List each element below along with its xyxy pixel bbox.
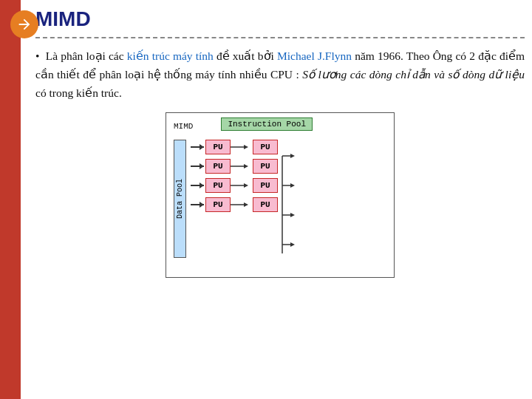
svg-marker-13 [290,154,295,158]
right-bracket-svg [279,140,300,270]
link-kien-truc: kiến trúc máy tính [127,50,214,62]
svg-marker-16 [290,242,295,247]
instruction-pool-box: Instruction Pool [221,117,313,131]
svg-marker-3 [244,164,248,168]
table-row: PU PU [189,140,278,154]
svg-marker-1 [244,145,248,149]
pu-box: PU [253,159,278,174]
body-paragraph: • Là phân loại các kiến trúc máy tính đề… [35,47,525,102]
table-row: PU PU [189,197,278,212]
body-text-4: có trong kiến trúc. [35,86,122,99]
link-michael-flynn: Michael J.Flynn [277,50,352,62]
pu-box: PU [205,197,231,212]
diagram-mimd-label: MIMD [174,122,193,131]
data-pool-label: Data Pool [174,140,186,258]
pu-box: PU [205,159,231,174]
svg-marker-5 [244,183,248,188]
arrow-icon [191,185,204,186]
arrow-icon [191,204,204,205]
main-content: MIMD • Là phân loại các kiến trúc máy tí… [35,7,525,392]
svg-marker-7 [244,202,248,207]
pu-rows: PU PU PU [189,140,278,212]
page-title: MIMD [35,7,525,31]
connector-svg [231,197,253,212]
body-text-2: đề xuất bởi [214,50,277,62]
diagram-header: MIMD Instruction Pool [174,117,386,135]
body-text-1: Là phân loại các [46,50,127,62]
arrow-circle-icon [10,10,38,38]
divider [35,37,525,38]
pu-box: PU [253,197,278,212]
pu-area: Data Pool PU PU [174,140,386,270]
arrow-icon [191,146,204,148]
pu-box: PU [205,140,231,154]
pu-box: PU [253,178,278,193]
table-row: PU PU [189,178,278,193]
connector-svg [231,140,253,154]
diagram-inner: MIMD Instruction Pool Data Pool PU [166,112,395,278]
pu-box: PU [253,140,278,154]
connector-svg [231,178,253,193]
svg-marker-14 [290,183,295,188]
arrow-icon [191,166,204,167]
body-italic: Số lương các dòng chỉ dẫn và số dòng dữ … [302,68,525,81]
svg-marker-15 [290,213,295,217]
red-bar [0,0,21,399]
table-row: PU PU [189,159,278,174]
pu-box: PU [205,178,231,193]
mimd-diagram: MIMD Instruction Pool Data Pool PU [35,112,525,278]
connector-svg [231,159,253,174]
